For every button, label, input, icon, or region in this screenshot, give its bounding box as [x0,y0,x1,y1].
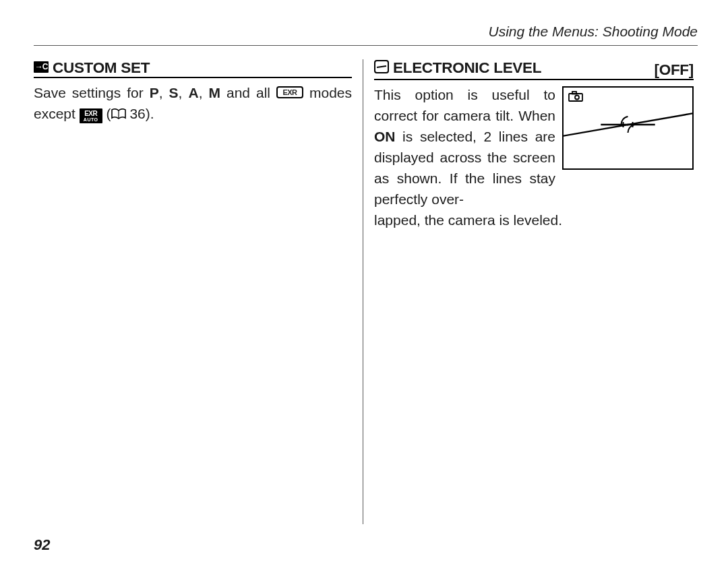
custom-set-heading: CUSTOM SET [34,59,352,78]
txt: , [199,85,209,100]
on-label: ON [374,129,396,144]
electronic-level-body: This option is useful to correct for cam… [374,84,694,230]
right-column: ELECTRONIC LEVEL [OFF] [363,59,694,524]
manual-page: Using the Menus: Shooting Mode CUSTOM SE… [0,0,728,570]
custom-set-icon [34,61,49,73]
txt: is selected, 2 lines are displayed acros… [374,129,555,207]
electronic-level-description-2: lapped, the camera is leveled. [374,210,694,230]
custom-set-title: CUSTOM SET [53,59,150,77]
electronic-level-heading: ELECTRONIC LEVEL [OFF] [374,59,694,80]
txt: ). [146,106,154,121]
left-column: CUSTOM SET Save settings for P, S, A, M … [34,59,363,524]
custom-set-description: Save settings for P, S, A, M and all mod… [34,82,352,124]
mode-s: S [169,85,179,100]
section-breadcrumb: Using the Menus: Shooting Mode [34,24,698,46]
page-number: 92 [34,536,50,554]
electronic-level-title: ELECTRONIC LEVEL [393,59,541,77]
txt: , [179,85,189,100]
mode-m: M [208,85,220,100]
svg-point-8 [627,124,629,126]
page-ref: 36 [126,106,146,121]
txt: , [159,85,169,100]
txt: Save settings for [34,85,150,100]
mode-p: P [150,85,159,100]
exr-icon [276,86,303,98]
txt: and all [220,85,276,100]
two-column-layout: CUSTOM SET Save settings for P, S, A, M … [34,59,698,524]
electronic-level-status: [OFF] [655,61,694,79]
book-icon [111,108,126,119]
mode-a: A [188,85,198,100]
exr-auto-icon: EXRAUTO [80,108,102,123]
txt: ( [102,106,111,121]
txt: This option is useful to correct for cam… [374,87,555,123]
electronic-level-icon [374,60,389,73]
level-diagram [562,86,694,170]
